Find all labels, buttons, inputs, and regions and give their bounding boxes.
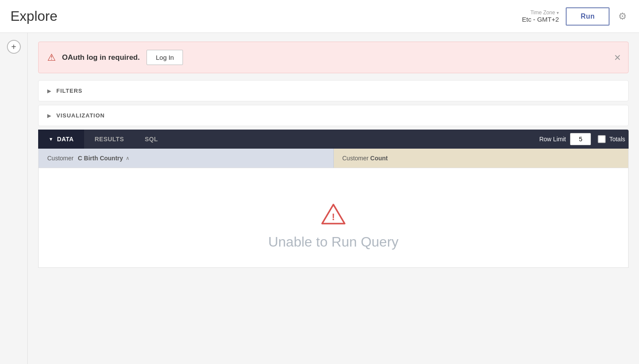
dimension-column-header[interactable]: Customer C Birth Country ∧	[39, 149, 334, 168]
add-button[interactable]: +	[7, 40, 21, 54]
error-triangle-icon: !	[320, 203, 346, 225]
page-layout: + ⚠ OAuth log in required. Log In ✕ ▶ FI…	[0, 33, 639, 364]
expand-icon: ▶	[47, 88, 51, 94]
timezone-selector[interactable]: Time Zone ▾ Etc - GMT+2	[522, 10, 559, 23]
tab-sql-label: SQL	[145, 136, 158, 143]
dimension-name: C Birth Country	[78, 155, 123, 162]
app-header: Explore Time Zone ▾ Etc - GMT+2 Run ⚙	[0, 0, 639, 33]
dimension-prefix: Customer	[47, 155, 75, 162]
table-header: Customer C Birth Country ∧ Customer Coun…	[38, 149, 629, 168]
chevron-down-icon: ▾	[557, 10, 559, 15]
visualization-title: VISUALIZATION	[56, 112, 105, 119]
login-button[interactable]: Log In	[147, 50, 183, 65]
timezone-label: Time Zone ▾	[522, 10, 559, 16]
timezone-value: Etc - GMT+2	[522, 16, 559, 23]
run-button[interactable]: Run	[566, 7, 610, 26]
measure-prefix: Customer	[342, 155, 371, 162]
filters-title: FILTERS	[56, 88, 82, 94]
tab-results-label: RESULTS	[95, 136, 124, 143]
tab-data[interactable]: ▼ DATA	[38, 130, 84, 149]
visualization-header[interactable]: ▶ VISUALIZATION	[39, 105, 628, 126]
warning-icon: ⚠	[47, 52, 56, 63]
totals-checkbox[interactable]	[598, 135, 606, 143]
settings-icon[interactable]: ⚙	[616, 9, 629, 24]
close-icon[interactable]: ✕	[614, 52, 621, 63]
row-limit-section: Row Limit	[539, 133, 598, 145]
filters-header[interactable]: ▶ FILTERS	[39, 81, 628, 101]
tab-results[interactable]: RESULTS	[84, 130, 134, 149]
tab-data-label: DATA	[57, 136, 74, 143]
oauth-alert-message: OAuth log in required.	[62, 53, 140, 62]
tab-data-arrow-icon: ▼	[49, 136, 53, 142]
row-limit-label: Row Limit	[539, 136, 566, 143]
tab-sql[interactable]: SQL	[134, 130, 168, 149]
totals-section: Totals	[598, 135, 629, 143]
svg-text:!: !	[332, 211, 335, 222]
visualization-section: ▶ VISUALIZATION	[38, 105, 629, 126]
sidebar: +	[0, 33, 28, 364]
page-title: Explore	[10, 8, 58, 24]
header-right: Time Zone ▾ Etc - GMT+2 Run ⚙	[522, 7, 629, 26]
data-tabs-bar: ▼ DATA RESULTS SQL Row Limit Totals	[38, 130, 629, 149]
main-content: ⚠ OAuth log in required. Log In ✕ ▶ FILT…	[28, 33, 639, 364]
filters-section: ▶ FILTERS	[38, 80, 629, 101]
oauth-alert-banner: ⚠ OAuth log in required. Log In ✕	[38, 42, 629, 73]
totals-label: Totals	[609, 136, 625, 143]
row-limit-input[interactable]	[570, 133, 591, 145]
expand-icon: ▶	[47, 113, 51, 119]
measure-name: Count	[370, 155, 388, 162]
sort-ascending-icon: ∧	[126, 155, 130, 161]
error-state: ! Unable to Run Query	[38, 168, 629, 268]
measure-column-header[interactable]: Customer Count	[334, 149, 629, 168]
error-message: Unable to Run Query	[268, 234, 399, 250]
